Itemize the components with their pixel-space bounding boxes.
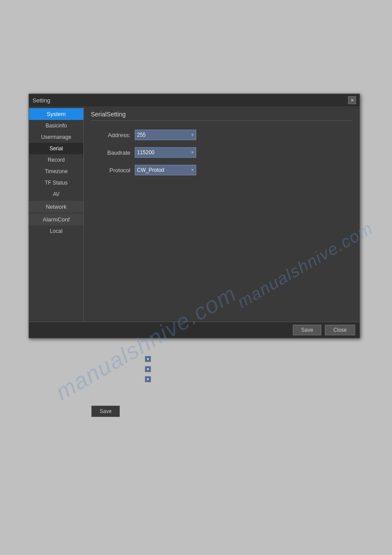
dialog-footer: Save Close	[29, 322, 360, 338]
sidebar-group-network[interactable]: Network	[29, 201, 83, 213]
baudrate-select[interactable]: 115200 9600 19200 38400 57600	[135, 147, 196, 158]
address-select-wrapper: 255	[135, 130, 196, 140]
sidebar-item-record[interactable]: Record	[29, 154, 83, 166]
dialog-titlebar: Setting ✕	[29, 94, 360, 106]
sidebar-item-serial[interactable]: Serial	[29, 143, 83, 154]
sidebar-item-tfstatus[interactable]: TF Status	[29, 177, 83, 189]
dialog-title: Setting	[32, 97, 50, 104]
sidebar-item-av[interactable]: AV	[29, 189, 83, 200]
sidebar: System Basicinfo Usermanage Serial Recor…	[29, 106, 84, 322]
sidebar-group-alarmconf[interactable]: AlarmConf	[29, 214, 83, 225]
sidebar-item-timezone[interactable]: Timezone	[29, 166, 83, 177]
address-row: Address: 255	[91, 130, 352, 140]
artifact-dropdown-3[interactable]	[145, 376, 151, 382]
address-label: Address:	[91, 132, 130, 138]
address-select[interactable]: 255	[135, 130, 196, 140]
baudrate-select-wrapper: 115200 9600 19200 38400 57600	[135, 147, 196, 158]
sidebar-group-system[interactable]: System	[29, 108, 83, 120]
sidebar-item-basicinfo[interactable]: Basicinfo	[29, 120, 83, 131]
baudrate-row: Baudrate 115200 9600 19200 38400 57600	[91, 147, 352, 158]
baudrate-label: Baudrate	[91, 149, 130, 156]
content-title: SerialSetting	[91, 111, 352, 121]
protocol-label: Protocol	[91, 167, 130, 174]
protocol-select-wrapper: CW_Protod Pelco-D Pelco-P	[135, 165, 196, 175]
setting-dialog: Setting ✕ System Basicinfo Usermanage Se…	[29, 94, 360, 338]
sidebar-item-usermanage[interactable]: Usermanage	[29, 131, 83, 143]
sidebar-item-local[interactable]: Local	[29, 225, 83, 237]
artifact-dropdown-2[interactable]	[145, 366, 151, 372]
protocol-select[interactable]: CW_Protod Pelco-D Pelco-P	[135, 165, 196, 175]
protocol-row: Protocol CW_Protod Pelco-D Pelco-P	[91, 165, 352, 175]
dialog-body: System Basicinfo Usermanage Serial Recor…	[29, 106, 360, 322]
artifact-dropdown-1[interactable]	[145, 356, 151, 362]
close-button[interactable]: Close	[325, 325, 355, 335]
close-icon[interactable]: ✕	[348, 96, 356, 104]
content-area: SerialSetting manualshnive.com Address: …	[84, 106, 360, 322]
watermark: manualshnive.com	[234, 219, 377, 312]
save-button[interactable]: Save	[293, 325, 321, 335]
artifact-save-button[interactable]: Save	[91, 406, 120, 417]
